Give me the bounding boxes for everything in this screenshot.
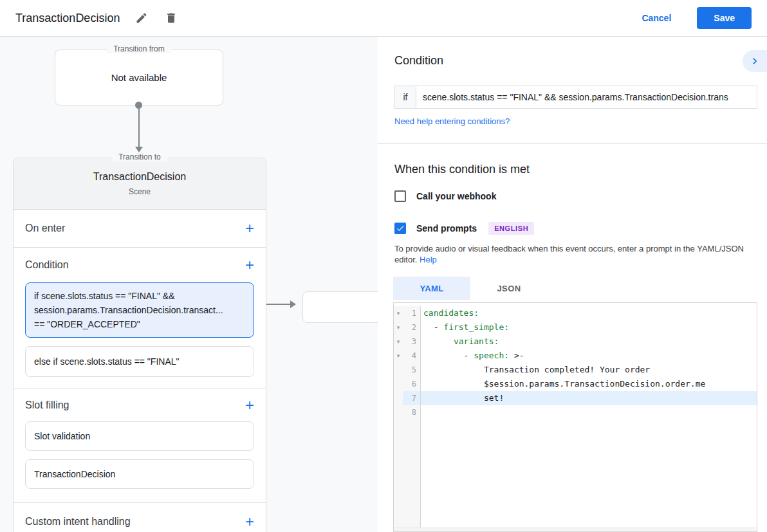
editor-gutter-filler [394, 419, 757, 527]
trash-icon [165, 12, 178, 24]
scene-flow-diagram: Transition from Not available Transition… [0, 37, 378, 532]
line-number: 3 [403, 335, 421, 349]
save-button[interactable]: Save [697, 7, 752, 29]
transition-to-legend: Transition to [112, 152, 167, 161]
line-number: 4 [403, 349, 421, 363]
if-label: if [395, 86, 416, 108]
condition-detail-panel: Condition if Need help entering conditio… [378, 37, 767, 532]
condition-section-label: Condition [25, 259, 69, 271]
help-link[interactable]: Help [420, 255, 437, 264]
fold-toggle-icon[interactable]: ▾ [394, 320, 403, 335]
code-line[interactable]: 7 set! [394, 391, 757, 405]
fold-toggle-icon[interactable]: ▾ [394, 349, 403, 363]
code-line[interactable]: ▾2 - first_simple: [394, 320, 757, 335]
custom-intent-label: Custom intent handling [25, 516, 131, 527]
condition-expression-input[interactable] [416, 86, 757, 108]
scene-editor-screen: TransactionDecision Cancel Save Transiti… [0, 0, 767, 532]
language-badge: ENGLISH [488, 222, 534, 235]
line-number: 5 [403, 363, 421, 377]
fold-toggle-icon[interactable]: ▾ [394, 335, 403, 349]
slot-filling-section: Slot filling + Slot validation Transacti… [14, 389, 266, 502]
code-line[interactable]: 6 $session.params.TransactionDecision.or… [394, 377, 757, 391]
connector-line [138, 106, 140, 147]
code-line[interactable]: ▾1candidates: [394, 306, 757, 320]
code-line[interactable]: 8 [394, 405, 757, 419]
custom-intent-section[interactable]: Custom intent handling + [14, 503, 266, 532]
delete-scene-button[interactable] [163, 10, 179, 26]
when-condition-heading: When this condition is met [394, 163, 530, 176]
line-number: 1 [403, 306, 421, 320]
code-text: set! [421, 391, 757, 405]
line-number: 7 [403, 391, 421, 405]
add-on-enter-button[interactable]: + [245, 222, 254, 235]
prompts-description: To provide audio or visual feedback when… [394, 243, 760, 265]
cancel-button[interactable]: Cancel [630, 7, 683, 29]
line-number: 2 [403, 320, 421, 335]
transition-target-box[interactable] [302, 291, 378, 323]
code-text: - first_simple: [421, 320, 757, 335]
add-condition-button[interactable]: + [245, 259, 254, 271]
tab-yaml[interactable]: YAML [393, 277, 470, 300]
fold-gutter [394, 405, 403, 419]
scene-name: TransactionDecision [93, 171, 186, 183]
code-text: Transaction completed! Your order [421, 363, 757, 377]
code-text: variants: [421, 335, 757, 349]
condition-section: Condition + if scene.slots.status == "FI… [14, 248, 266, 389]
scene-card-header[interactable]: TransactionDecision Scene [14, 158, 266, 210]
yaml-editor[interactable]: ▾1candidates:▾2 - first_simple:▾3 varian… [393, 302, 757, 532]
code-text: - speech: >- [421, 349, 757, 363]
arrow-down-icon [135, 147, 143, 152]
slot-card[interactable]: Slot validation [25, 421, 254, 451]
code-text [421, 405, 757, 419]
top-bar: TransactionDecision Cancel Save [0, 0, 767, 37]
slot-card[interactable]: TransactionDecision [25, 459, 254, 489]
send-prompts-checkbox-row: Send prompts ENGLISH [394, 222, 534, 235]
line-number: 6 [403, 377, 421, 391]
transition-from-text: Not available [111, 72, 167, 83]
panel-heading: Condition [394, 54, 443, 68]
description-text: To provide audio or visual feedback when… [394, 244, 744, 264]
code-text: candidates: [421, 306, 757, 320]
edit-scene-button[interactable] [134, 10, 149, 26]
add-slot-button[interactable]: + [245, 399, 254, 412]
page-title: TransactionDecision [15, 12, 120, 25]
webhook-checkbox[interactable] [394, 190, 406, 202]
condition-card-selected[interactable]: if scene.slots.status == "FINAL" && sess… [25, 282, 254, 338]
scene-type: Scene [129, 187, 151, 196]
webhook-label: Call your webhook [416, 191, 496, 201]
check-icon [396, 224, 405, 233]
panel-divider [378, 143, 767, 144]
code-text: $session.params.TransactionDecision.orde… [421, 377, 757, 391]
on-enter-section[interactable]: On enter + [14, 210, 266, 247]
code-line[interactable]: 5 Transaction completed! Your order [394, 363, 757, 377]
editor-scrollbar-track[interactable] [394, 527, 757, 531]
pencil-icon [135, 12, 148, 24]
send-prompts-checkbox[interactable] [394, 223, 406, 234]
transition-from-legend: Transition from [107, 44, 171, 53]
fold-gutter [394, 391, 403, 405]
code-line[interactable]: ▾3 variants: [394, 335, 757, 349]
chevron-right-icon [748, 55, 761, 68]
transition-from-box: Transition from Not available [55, 50, 223, 105]
send-prompts-label: Send prompts [416, 223, 477, 234]
fold-gutter [394, 363, 403, 377]
condition-card[interactable]: else if scene.slots.status == "FINAL" [25, 346, 254, 377]
conditions-help-link[interactable]: Need help entering conditions? [394, 116, 510, 126]
editor-tabs: YAML JSON [393, 277, 548, 300]
webhook-checkbox-row: Call your webhook [394, 190, 496, 202]
code-line[interactable]: ▾4 - speech: >- [394, 349, 757, 363]
code-lines: ▾1candidates:▾2 - first_simple:▾3 varian… [394, 303, 757, 419]
transition-to-card: Transition to TransactionDecision Scene … [13, 158, 266, 532]
add-custom-intent-button[interactable]: + [245, 515, 254, 528]
slot-filling-label: Slot filling [25, 399, 69, 411]
tab-json[interactable]: JSON [470, 277, 548, 300]
fold-toggle-icon[interactable]: ▾ [394, 306, 403, 320]
condition-expression-row: if [394, 86, 757, 109]
line-number: 8 [403, 405, 421, 419]
fold-gutter [394, 377, 403, 391]
arrow-right-icon [290, 300, 296, 308]
on-enter-label: On enter [25, 223, 65, 234]
collapse-panel-button[interactable] [743, 50, 767, 72]
